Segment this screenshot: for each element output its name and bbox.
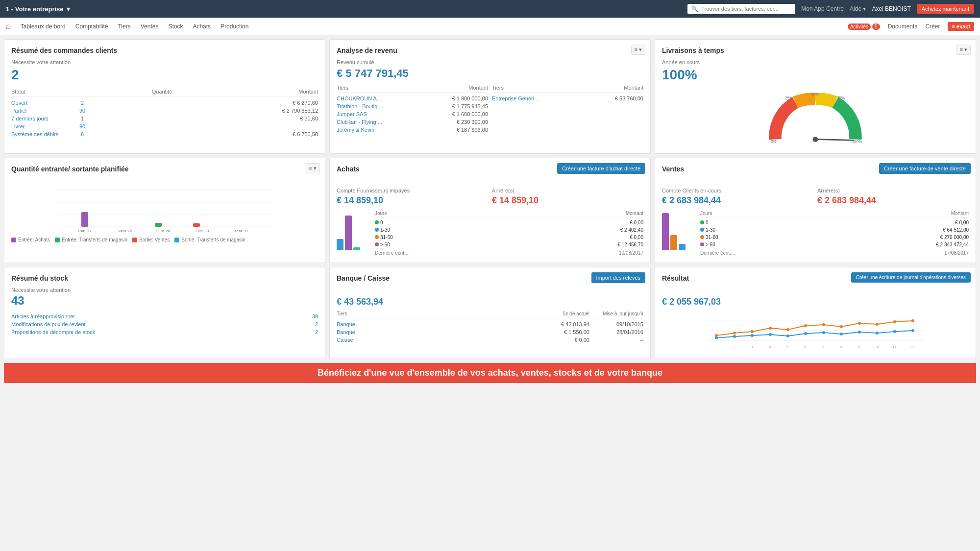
- table-row[interactable]: Livrer 90: [11, 122, 318, 130]
- svg-text:Lun 30: Lun 30: [196, 229, 209, 232]
- svg-text:10: 10: [875, 345, 879, 349]
- jours-row: 0 € 0,00: [700, 219, 969, 226]
- svg-point-31: [876, 323, 879, 326]
- svg-point-28: [822, 323, 825, 326]
- svg-point-43: [876, 332, 879, 335]
- card-stock-title: Résumé du stock: [11, 274, 318, 282]
- jours-header: Jours Montant: [375, 211, 643, 217]
- quantite-menu-button[interactable]: ≡ ▾: [306, 163, 320, 173]
- import-releves-button[interactable]: Import des relevés: [591, 272, 645, 283]
- stock-row[interactable]: Modifications de prix de revient 2: [11, 320, 318, 328]
- col-header-left: TiersMontant: [337, 85, 488, 93]
- nav-tableaux[interactable]: Tableaux de bord: [21, 23, 66, 30]
- svg-line-0: [815, 139, 854, 140]
- legend-item: Entrée: Transferts de magasin: [55, 237, 127, 242]
- account-label: Compte Fournisseurs impayés: [337, 188, 488, 193]
- create-achat-button[interactable]: Créer une facture d'achat directe: [557, 163, 645, 174]
- card-revenu: Analyse de revenu ≡ ▾ Revenu cumulé € 5 …: [329, 39, 651, 154]
- buy-button[interactable]: Achetez maintenant: [917, 4, 974, 14]
- jours-row: 1-30 € 2 402,40: [375, 226, 643, 234]
- banque-content: € 43 563,94 Tiers Solde actuel Mise à jo…: [337, 297, 643, 344]
- nav-stock[interactable]: Stock: [168, 23, 183, 30]
- create-vente-button[interactable]: Créer une facture de vente directe: [879, 163, 971, 174]
- attention-label: Nécessite votre attention: [11, 59, 318, 65]
- card-livraisons: Livraisons à temps ≡ ▾ Année en cours 10…: [655, 39, 976, 154]
- table-row[interactable]: Ouvert 2 € 6 270,60: [11, 99, 318, 107]
- aide-link[interactable]: Aide ▾: [850, 5, 866, 12]
- nav-ventes[interactable]: Ventes: [141, 23, 159, 30]
- company-name[interactable]: 1 - Votre entreprise: [6, 5, 64, 13]
- jours-row: 0 € 0,00: [375, 219, 643, 226]
- svg-rect-12: [155, 223, 162, 227]
- create-ecriture-button[interactable]: Créer une écriture de journal d'opératio…: [851, 272, 971, 283]
- bank-row[interactable]: Caisse € 0,00 --: [337, 336, 643, 344]
- table-row[interactable]: Partiel 90 € 2 790 653,12: [11, 107, 318, 115]
- svg-point-35: [733, 335, 736, 338]
- jours-row: 31-60 € 276 000,00: [700, 234, 969, 241]
- svg-point-39: [804, 332, 807, 335]
- menu-button[interactable]: ≡ ▾: [631, 45, 645, 55]
- bar-jours-section: Jours Montant 0 € 0,00 1-30 € 2 402,40 3…: [337, 211, 643, 256]
- svg-point-33: [911, 319, 914, 322]
- create-link[interactable]: Créer: [925, 23, 940, 30]
- card-achats: Achats Créer une facture d'achat directe…: [329, 158, 651, 263]
- jours-row: 31-60 € 0,00: [375, 234, 643, 241]
- documents-link[interactable]: Documents: [888, 23, 918, 30]
- stock-attention-number[interactable]: 43: [11, 294, 318, 308]
- livraisons-menu-button[interactable]: ≡ ▾: [956, 45, 971, 55]
- svg-text:4: 4: [769, 345, 771, 349]
- svg-text:2: 2: [733, 345, 735, 349]
- table-row[interactable]: Système des débits 6 € 6 750,58: [11, 130, 318, 138]
- stock-row[interactable]: Articles à réapprovisionner 39: [11, 312, 318, 320]
- year-label: Année en cours: [662, 59, 969, 65]
- result-chart-svg: 1 2 3 4 5 6 7 8 9 10 11 12: [662, 311, 969, 350]
- list-item[interactable]: Club bar - Flying ....€ 230 390,00: [337, 118, 488, 126]
- svg-point-29: [840, 325, 843, 328]
- legend-item: Entrée: Achats: [11, 237, 50, 242]
- card-ventes: Ventes Créer une facture de vente direct…: [655, 158, 976, 263]
- svg-text:7: 7: [822, 345, 825, 349]
- list-item[interactable]: Jérémy & Kévin€ 187 696,00: [337, 126, 488, 134]
- home-icon[interactable]: ⌂: [6, 22, 11, 31]
- gauge-svg: 0% 25% 50% 75% 100%: [766, 90, 864, 144]
- svg-point-30: [858, 322, 861, 325]
- bank-table-header: Tiers Solde actuel Mise à jour jusqu'à: [337, 311, 643, 318]
- bank-total-amount: € 43 563,94: [337, 297, 643, 307]
- svg-point-25: [769, 327, 772, 330]
- svg-text:6: 6: [804, 345, 807, 349]
- list-item[interactable]: CHOUKROUN A....€ 1 900 000,00: [337, 95, 488, 102]
- svg-text:Dim 29: Dim 29: [156, 229, 171, 232]
- list-item[interactable]: Jumper SAS€ 1 600 000,00: [337, 110, 488, 118]
- svg-text:75%: 75%: [837, 96, 845, 100]
- result-amount: € 2 055 967,03: [662, 297, 969, 307]
- search-input[interactable]: [701, 6, 791, 12]
- nav-achats[interactable]: Achats: [193, 23, 211, 30]
- card-quantite-title: Quantité entrante/ sortante planifiée: [11, 165, 318, 173]
- pct-value: 100%: [662, 67, 969, 83]
- list-item[interactable]: Triathlon - Boutiq....€ 1 775 945,45: [337, 102, 488, 110]
- ventes-jours-header: Jours Montant: [700, 211, 969, 217]
- search-box[interactable]: 🔍: [687, 4, 795, 14]
- stock-row[interactable]: Propositions de décompte de stock 2: [11, 328, 318, 336]
- app-centre-link[interactable]: Mon App Centre: [801, 5, 844, 12]
- svg-rect-11: [81, 212, 88, 227]
- company-caret[interactable]: ▾: [67, 5, 70, 13]
- list-item[interactable]: Entreprise Généri....€ 53 760,00: [492, 95, 643, 102]
- bank-row[interactable]: Banque € 42 013,94 09/10/2015: [337, 320, 643, 328]
- nav-tiers[interactable]: Tiers: [118, 23, 130, 30]
- attention-number[interactable]: 2: [11, 67, 318, 83]
- legend-item: Sortie: Ventes: [132, 237, 170, 242]
- achats-content: Compte Fournisseurs impayés € 14 859,10 …: [337, 188, 643, 256]
- table-row[interactable]: 7 derniers jours 1 € 30,60: [11, 115, 318, 122]
- svg-text:Ven 27: Ven 27: [78, 229, 92, 232]
- nav-production[interactable]: Production: [220, 23, 248, 30]
- commandes-table-header: Statut Quantité Montant: [11, 89, 318, 97]
- second-navigation: ⌂ Tableaux de bord Comptabilité Tiers Ve…: [0, 18, 980, 35]
- nav-comptabilite[interactable]: Comptabilité: [75, 23, 108, 30]
- ventes-account-amount: € 2 683 984,44: [662, 195, 813, 206]
- search-icon: 🔍: [691, 6, 698, 12]
- svg-point-38: [786, 335, 789, 337]
- activities-badge[interactable]: Activités5: [846, 23, 880, 30]
- bank-row[interactable]: Banque € 1 550,00 28/01/2016: [337, 328, 643, 336]
- svg-text:0%: 0%: [771, 140, 777, 144]
